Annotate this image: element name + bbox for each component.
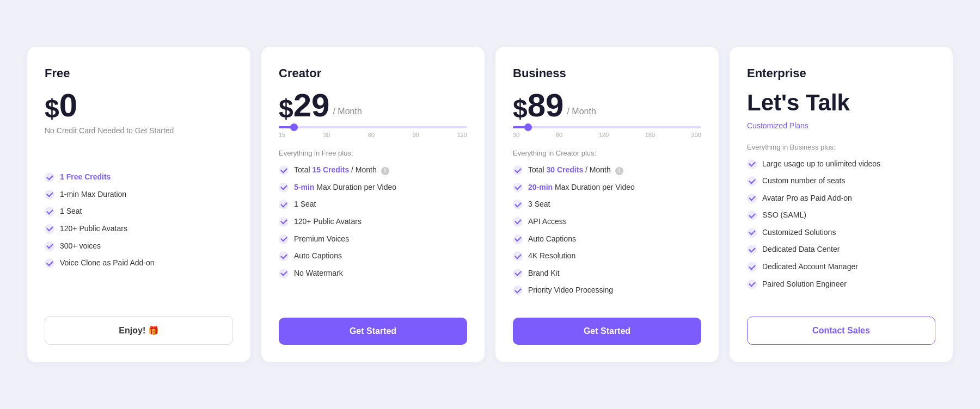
feature-text: 3 Seat [528, 199, 550, 210]
feature-item: Dedicated Data Center [747, 244, 935, 255]
cta-button-free[interactable]: Enjoy! 🎁 [45, 316, 233, 345]
feature-text: Brand Kit [528, 268, 560, 279]
plan-name-creator: Creator [279, 66, 467, 80]
cta-button-business[interactable]: Get Started [513, 318, 701, 345]
feature-text: 120+ Public Avatars [60, 224, 127, 234]
feature-item: 120+ Public Avatars [279, 216, 467, 227]
feature-text: 300+ voices [60, 241, 101, 252]
feature-item: 1 Free Credits [45, 172, 233, 183]
check-icon [279, 269, 289, 278]
price-row-free: $0 [45, 89, 233, 122]
feature-list-enterprise: Large usage up to unlimited videosCustom… [747, 159, 935, 301]
feature-list-creator: Total 15 Credits / Month i5-min Max Dura… [279, 165, 467, 302]
check-icon [45, 190, 54, 200]
check-icon [279, 165, 289, 175]
feature-item: Auto Captions [279, 251, 467, 262]
feature-item: 1 Seat [279, 199, 467, 210]
customized-plans: Customized Plans [747, 121, 935, 130]
feature-item: Dedicated Account Manager [747, 262, 935, 272]
check-icon [45, 207, 54, 216]
info-icon[interactable]: i [381, 167, 389, 175]
slider-label: 300 [691, 132, 701, 138]
check-icon [45, 172, 54, 182]
check-icon [747, 228, 757, 238]
slider-track-business [513, 126, 701, 128]
slider-section-creator[interactable]: 15306090120 [279, 126, 467, 138]
slider-track-creator [279, 126, 467, 128]
slider-thumb-business[interactable] [524, 123, 532, 131]
check-icon [747, 194, 757, 203]
section-label-enterprise: Everything in Business plus: [747, 143, 935, 151]
pricing-grid: Free$0No Credit Card Needed to Get Start… [27, 47, 953, 362]
feature-text: API Access [528, 216, 567, 227]
feature-item: 120+ Public Avatars [45, 224, 233, 234]
slider-section-business[interactable]: 3060120180300 [513, 126, 701, 138]
feature-highlight: 15 Credits [312, 165, 349, 174]
feature-text: Total 15 Credits / Month i [294, 165, 389, 176]
feature-item: Large usage up to unlimited videos [747, 159, 935, 170]
check-icon [513, 251, 523, 261]
feature-item: 1 Seat [45, 206, 233, 217]
feature-item: Total 30 Credits / Month i [513, 165, 701, 176]
check-icon [513, 165, 523, 175]
slider-label: 15 [279, 132, 285, 138]
section-label-business: Everything in Creator plus: [513, 149, 701, 157]
feature-text: Priority Video Processing [528, 285, 613, 296]
price-row-business: $89/ Month [513, 89, 701, 122]
plan-card-creator: Creator$29/ Month15306090120Everything i… [261, 47, 485, 362]
price-amount-free: 0 [59, 89, 77, 122]
check-icon [279, 183, 289, 193]
check-icon [747, 176, 757, 186]
feature-text: Dedicated Account Manager [762, 262, 858, 272]
check-icon [513, 217, 523, 227]
feature-item: 4K Resolution [513, 251, 701, 262]
price-symbol-free: $ [45, 96, 59, 122]
feature-item: API Access [513, 216, 701, 227]
feature-item: Voice Clone as Paid Add-on [45, 258, 233, 269]
slider-label: 120 [599, 132, 609, 138]
feature-text: 4K Resolution [528, 251, 575, 262]
feature-item: 5-min Max Duration per Video [279, 182, 467, 193]
check-icon [45, 258, 54, 268]
feature-item: No Watermark [279, 268, 467, 279]
feature-item: Priority Video Processing [513, 285, 701, 296]
feature-item: 300+ voices [45, 241, 233, 252]
feature-text: 1 Free Credits [60, 172, 111, 183]
feature-item: SSO (SAML) [747, 210, 935, 221]
feature-item: Auto Captions [513, 234, 701, 245]
feature-item: 3 Seat [513, 199, 701, 210]
check-icon [45, 241, 54, 251]
info-icon[interactable]: i [615, 167, 623, 175]
price-period-business: / Month [567, 107, 596, 116]
check-icon [513, 269, 523, 278]
slider-labels-creator: 15306090120 [279, 132, 467, 138]
feature-item: Premium Voices [279, 234, 467, 245]
plan-name-free: Free [45, 66, 233, 80]
feature-text: Large usage up to unlimited videos [762, 159, 880, 170]
feature-text: No Watermark [294, 268, 343, 279]
check-icon [279, 217, 289, 227]
slider-label: 30 [513, 132, 519, 138]
check-icon [513, 200, 523, 209]
plan-price-enterprise: Let's Talk [747, 89, 935, 116]
price-note-free: No Credit Card Needed to Get Started [45, 126, 233, 135]
slider-labels-business: 3060120180300 [513, 132, 701, 138]
feature-text: SSO (SAML) [762, 210, 806, 221]
feature-text: Voice Clone as Paid Add-on [60, 258, 155, 269]
slider-label: 30 [323, 132, 330, 138]
feature-text: Auto Captions [528, 234, 576, 245]
slider-label: 60 [556, 132, 562, 138]
section-label-creator: Everything in Free plus: [279, 149, 467, 157]
check-icon [279, 234, 289, 244]
plan-card-enterprise: EnterpriseLet's TalkCustomized PlansEver… [730, 47, 953, 362]
slider-thumb-creator[interactable] [290, 123, 298, 131]
feature-text: Premium Voices [294, 234, 349, 245]
feature-text: 1-min Max Duration [60, 189, 126, 200]
feature-text: Customized Solutions [762, 227, 836, 238]
plan-name-enterprise: Enterprise [747, 66, 935, 80]
feature-text: Paired Solution Engineer [762, 279, 847, 290]
check-icon [513, 234, 523, 244]
cta-button-creator[interactable]: Get Started [279, 318, 467, 345]
slider-label: 180 [645, 132, 655, 138]
cta-button-enterprise[interactable]: Contact Sales [747, 317, 935, 345]
